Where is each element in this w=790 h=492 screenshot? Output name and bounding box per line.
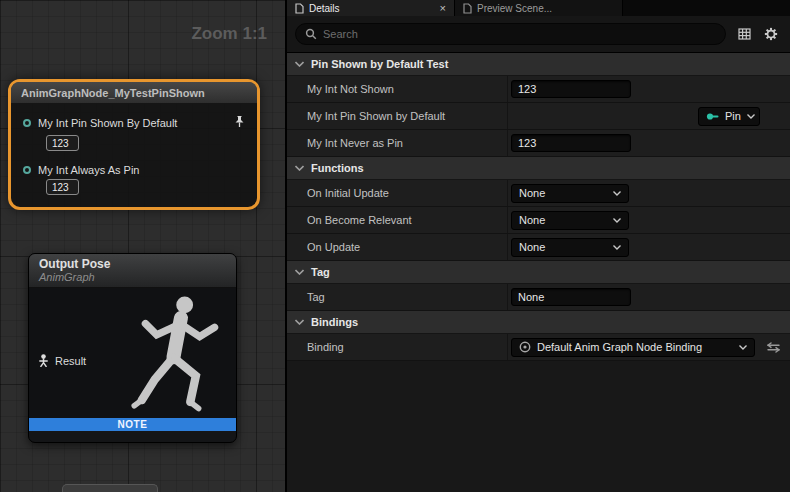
pin-label: My Int Always As Pin (38, 164, 139, 176)
search-input[interactable] (323, 28, 716, 40)
pin-icon (706, 112, 719, 121)
pin-value: 123 (52, 182, 69, 193)
property-label: My Int Pin Shown by Default (287, 110, 507, 122)
search-box[interactable] (295, 23, 726, 45)
tab-label: Details (309, 3, 340, 14)
tab-bar: Details × Preview Scene... (287, 0, 790, 16)
node-title: Output Pose (39, 257, 226, 271)
chevron-down-icon (613, 191, 621, 196)
binding-dropdown[interactable]: Default Anim Graph Node Binding (511, 338, 755, 357)
details-tab-icon (295, 3, 304, 14)
dropdown-value: None (519, 214, 545, 226)
zoom-level-label: Zoom 1:1 (191, 24, 267, 44)
property-row: Binding Default Anim Graph Node Binding (287, 334, 790, 361)
on-become-relevant-dropdown[interactable]: None (511, 211, 629, 230)
node-title[interactable]: AnimGraphNode_MyTestPinShown (11, 82, 257, 104)
property-row: My Int Not Shown (287, 76, 790, 103)
partial-node[interactable] (62, 484, 158, 492)
property-label: On Initial Update (287, 187, 507, 199)
chevron-down-icon (613, 218, 621, 223)
section-title: Bindings (311, 316, 358, 328)
output-pose-node[interactable]: Output Pose AnimGraph (28, 253, 237, 443)
pose-pin-icon[interactable] (38, 354, 49, 367)
section-bindings[interactable]: Bindings (287, 311, 790, 334)
tab-preview-scene[interactable]: Preview Scene... (455, 0, 623, 16)
section-title: Tag (311, 266, 330, 278)
section-pin-shown-by-default-test[interactable]: Pin Shown by Default Test (287, 53, 790, 76)
tab-details[interactable]: Details × (287, 0, 455, 16)
details-panel: Details × Preview Scene... (285, 0, 790, 492)
close-tab-icon[interactable]: × (440, 3, 446, 14)
pin-value-input[interactable]: 123 (46, 135, 79, 151)
property-row: My Int Never as Pin (287, 130, 790, 157)
search-icon (305, 28, 317, 40)
chevron-down-icon (613, 245, 621, 250)
preview-scene-tab-icon (463, 3, 472, 14)
dropdown-value: Default Anim Graph Node Binding (537, 341, 702, 353)
chevron-down-icon (295, 269, 304, 275)
details-empty-area (287, 361, 790, 492)
section-title: Pin Shown by Default Test (311, 58, 448, 70)
result-pin-label: Result (55, 355, 86, 367)
chevron-down-icon (295, 165, 304, 171)
pin-visibility-dropdown[interactable]: Pin (698, 107, 760, 126)
chevron-down-icon (747, 114, 755, 119)
input-pin-icon[interactable] (23, 119, 31, 127)
bind-arrows-icon[interactable] (767, 342, 780, 353)
property-row: Tag (287, 284, 790, 311)
settings-gear-icon[interactable] (762, 27, 780, 41)
property-label: On Become Relevant (287, 214, 507, 226)
on-update-dropdown[interactable]: None (511, 238, 629, 257)
property-matrix-icon[interactable] (735, 28, 753, 40)
property-label: Tag (287, 291, 507, 303)
pin-value-input[interactable]: 123 (46, 179, 79, 195)
anim-graph-canvas[interactable]: Zoom 1:1 AnimGraphNode_MyTestPinShown My… (0, 0, 285, 492)
my-int-never-as-pin-input[interactable] (511, 134, 631, 152)
chevron-down-icon (739, 345, 747, 350)
property-label: On Update (287, 241, 507, 253)
on-initial-update-dropdown[interactable]: None (511, 184, 629, 203)
property-row: On Update None (287, 234, 790, 261)
my-int-not-shown-input[interactable] (511, 80, 631, 98)
property-row: On Initial Update None (287, 180, 790, 207)
property-row: On Become Relevant None (287, 207, 790, 234)
search-row (287, 16, 790, 53)
anim-graph-test-node[interactable]: AnimGraphNode_MyTestPinShown My Int Pin … (8, 79, 260, 210)
tag-input[interactable] (511, 288, 631, 306)
unreal-editor-window: Zoom 1:1 AnimGraphNode_MyTestPinShown My… (0, 0, 790, 492)
section-title: Functions (311, 162, 364, 174)
binding-class-icon (519, 341, 531, 353)
tab-label: Preview Scene... (477, 3, 552, 14)
chevron-down-icon (295, 61, 304, 67)
output-pose-node-header[interactable]: Output Pose AnimGraph (29, 254, 236, 288)
section-functions[interactable]: Functions (287, 157, 790, 180)
pushpin-icon[interactable] (234, 114, 245, 132)
mannequin-preview-image (128, 290, 232, 434)
note-badge: NOTE (29, 418, 236, 431)
dropdown-value: None (519, 241, 545, 253)
input-pin-icon[interactable] (23, 166, 31, 174)
property-label: My Int Never as Pin (287, 137, 507, 149)
property-label: Binding (287, 341, 507, 353)
pin-value: 123 (52, 138, 69, 149)
output-pose-node-body: Result NOTE (29, 288, 236, 431)
node-subtitle: AnimGraph (39, 271, 226, 283)
pin-label: My Int Pin Shown By Default (38, 117, 177, 129)
dropdown-value: None (519, 187, 545, 199)
dropdown-value: Pin (725, 110, 741, 122)
property-label: My Int Not Shown (287, 83, 507, 95)
section-tag[interactable]: Tag (287, 261, 790, 284)
property-row: My Int Pin Shown by Default Pin (287, 103, 790, 130)
chevron-down-icon (295, 319, 304, 325)
